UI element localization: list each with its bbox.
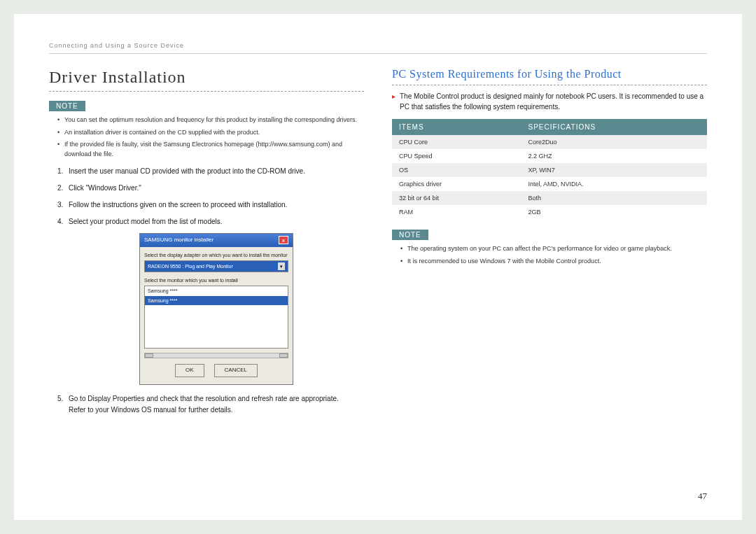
table-header: SPECIFICATIONS [521, 119, 707, 135]
close-icon[interactable]: × [279, 236, 288, 244]
table-row: Graphics driver Intel, AMD, NVIDIA. [392, 177, 707, 191]
dialog-body: Select the display adapter on which you … [140, 247, 293, 384]
content-columns: Driver Installation NOTE You can set the… [49, 68, 707, 421]
table-cell: XP, WIN7 [521, 163, 707, 177]
dialog-title-text: SAMSUNG monitor installer [144, 236, 214, 245]
list-item[interactable]: Samsung **** [145, 286, 288, 295]
dialog-titlebar: SAMSUNG monitor installer × [140, 234, 293, 247]
right-column: PC System Requirements for Using the Pro… [392, 68, 707, 421]
note-item: An installation driver is contained on t… [57, 128, 364, 138]
table-cell: 2.2 GHZ [521, 149, 707, 163]
note-badge: NOTE [392, 230, 428, 240]
note-item: It is recommended to use Windows 7 with … [400, 257, 707, 267]
table-cell: CPU Core [392, 135, 521, 149]
spec-table: ITEMS SPECIFICATIONS CPU Core Core2Duo C… [392, 119, 707, 219]
table-cell: Core2Duo [521, 135, 707, 149]
step-subtext: Refer to your Windows OS manual for furt… [69, 405, 364, 416]
note-list-left: You can set the optimum resolution and f… [49, 115, 364, 159]
note-badge: NOTE [49, 101, 85, 111]
table-cell: 2GB [521, 205, 707, 219]
table-cell: OS [392, 163, 521, 177]
list-item[interactable]: Samsung **** [145, 296, 288, 305]
table-header-row: ITEMS SPECIFICATIONS [392, 119, 707, 135]
bullet-marker-icon: ▸ [392, 91, 396, 112]
installer-dialog: SAMSUNG monitor installer × Select the d… [139, 233, 293, 385]
page-number: 47 [698, 491, 707, 502]
monitor-list[interactable]: Samsung **** Samsung **** [144, 286, 288, 349]
table-row: 32 bit or 64 bit Both [392, 191, 707, 205]
horizontal-scrollbar[interactable] [144, 353, 288, 358]
table-cell: CPU Speed [392, 149, 521, 163]
step-item: Follow the instructions given on the scr… [57, 199, 364, 211]
table-cell: Intel, AMD, NVIDIA. [521, 177, 707, 191]
step-text: Select your product model from the list … [69, 218, 223, 225]
dialog-label-adapter: Select the display adapter on which you … [144, 251, 288, 259]
dialog-buttons: OK CANCEL [144, 364, 288, 380]
section-heading-requirements: PC System Requirements for Using the Pro… [392, 68, 707, 85]
dialog-label-monitor: Select the monitor which you want to ins… [144, 276, 288, 284]
table-row: OS XP, WIN7 [392, 163, 707, 177]
step-item: Click "Windows Driver." [57, 183, 364, 194]
table-row: RAM 2GB [392, 205, 707, 219]
dialog-screenshot: SAMSUNG monitor installer × Select the d… [69, 233, 364, 385]
cancel-button[interactable]: CANCEL [214, 364, 258, 377]
ok-button[interactable]: OK [175, 364, 204, 377]
left-column: Driver Installation NOTE You can set the… [49, 68, 364, 421]
note-item: If the provided file is faulty, visit th… [57, 140, 364, 159]
adapter-select-value: RADEON 9550 : Plug and Play Monitor [148, 262, 233, 270]
chevron-down-icon: ▾ [278, 262, 285, 270]
note-list-right: The operating system on your PC can affe… [392, 244, 707, 266]
table-cell: Both [521, 191, 707, 205]
table-cell: 32 bit or 64 bit [392, 191, 521, 205]
note-item: The operating system on your PC can affe… [400, 244, 707, 254]
table-cell: RAM [392, 205, 521, 219]
intro-text: The Mobile Control product is designed m… [400, 91, 707, 112]
adapter-select[interactable]: RADEON 9550 : Plug and Play Monitor ▾ [144, 260, 288, 272]
table-cell: Graphics driver [392, 177, 521, 191]
table-row: CPU Speed 2.2 GHZ [392, 149, 707, 163]
table-header: ITEMS [392, 119, 521, 135]
install-steps: Insert the user manual CD provided with … [49, 166, 364, 416]
breadcrumb: Connecting and Using a Source Device [49, 42, 707, 54]
note-item: You can set the optimum resolution and f… [57, 115, 364, 125]
table-row: CPU Core Core2Duo [392, 135, 707, 149]
manual-page: Connecting and Using a Source Device Dri… [14, 14, 742, 520]
step-text: Go to Display Properties and check that … [69, 395, 339, 402]
step-item: Insert the user manual CD provided with … [57, 166, 364, 177]
intro-paragraph: ▸ The Mobile Control product is designed… [392, 91, 707, 112]
step-item: Go to Display Properties and check that … [57, 393, 364, 416]
section-heading-driver: Driver Installation [49, 68, 364, 92]
step-item: Select your product model from the list … [57, 216, 364, 385]
